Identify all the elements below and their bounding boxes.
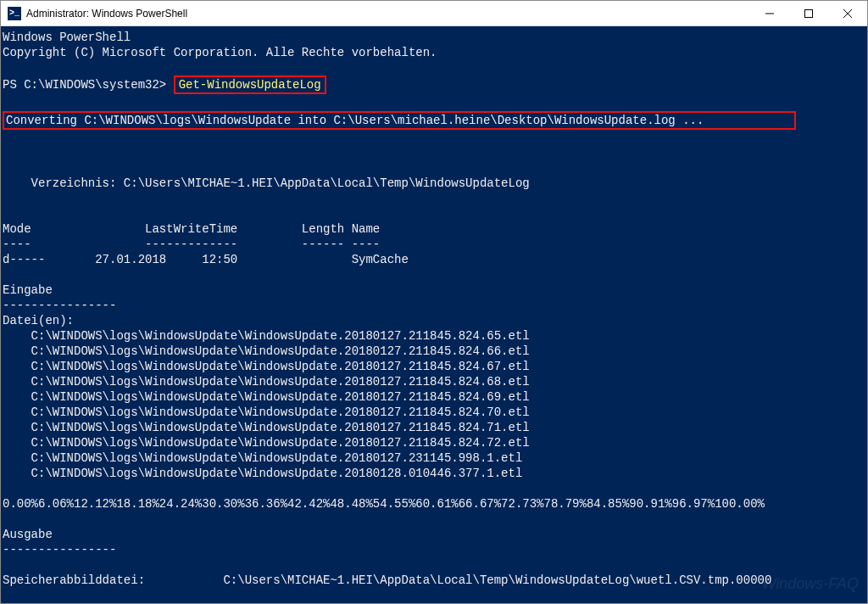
progress-line: 0.00%6.06%12.12%18.18%24.24%30.30%36.36%… xyxy=(3,497,765,511)
converting-highlight-box: Converting C:\WINDOWS\logs\WindowsUpdate… xyxy=(3,111,796,130)
terminal-pane[interactable]: Windows PowerShell Copyright (C) Microso… xyxy=(1,26,867,603)
file-line: C:\WINDOWS\logs\WindowsUpdate\WindowsUpd… xyxy=(3,329,530,343)
powershell-window: >_ Administrator: Windows PowerShell Win… xyxy=(0,0,868,604)
prompt: PS C:\WINDOWS\system32> xyxy=(3,78,174,92)
file-line: C:\WINDOWS\logs\WindowsUpdate\WindowsUpd… xyxy=(3,436,530,450)
ausgabe-separator: ---------------- xyxy=(3,543,116,556)
file-line: C:\WINDOWS\logs\WindowsUpdate\WindowsUpd… xyxy=(3,375,530,389)
file-line: C:\WINDOWS\logs\WindowsUpdate\WindowsUpd… xyxy=(3,451,522,465)
command-text: Get-WindowsUpdateLog xyxy=(179,78,321,92)
window-title: Administrator: Windows PowerShell xyxy=(26,8,750,20)
table-header: Mode LastWriteTime Length Name xyxy=(3,222,380,236)
file-line: C:\WINDOWS\logs\WindowsUpdate\WindowsUpd… xyxy=(3,467,522,480)
ps-header-2: Copyright (C) Microsoft Corporation. All… xyxy=(3,46,437,59)
datei-label: Datei(en): xyxy=(3,314,74,327)
directory-line: Verzeichnis: C:\Users\MICHAE~1.HEI\AppDa… xyxy=(3,176,530,190)
ausgabe-label: Ausgabe xyxy=(3,528,53,541)
table-separator: ---- ------------- ------ ---- xyxy=(3,238,380,251)
file-line: C:\WINDOWS\logs\WindowsUpdate\WindowsUpd… xyxy=(3,360,530,373)
table-row: d----- 27.01.2018 12:50 SymCache xyxy=(3,253,409,266)
eingabe-separator: ---------------- xyxy=(3,299,116,312)
file-line: C:\WINDOWS\logs\WindowsUpdate\WindowsUpd… xyxy=(3,421,530,434)
ps-header-1: Windows PowerShell xyxy=(3,31,131,44)
command-highlight-box: Get-WindowsUpdateLog xyxy=(174,76,326,94)
converting-line: onverting C:\WINDOWS\logs\WindowsUpdate … xyxy=(13,114,704,127)
close-button[interactable] xyxy=(828,1,867,26)
svg-rect-1 xyxy=(805,9,813,17)
eingabe-label: Eingabe xyxy=(3,283,53,297)
file-line: C:\WINDOWS\logs\WindowsUpdate\WindowsUpd… xyxy=(3,390,530,404)
file-line: C:\WINDOWS\logs\WindowsUpdate\WindowsUpd… xyxy=(3,405,530,419)
titlebar: >_ Administrator: Windows PowerShell xyxy=(1,1,867,26)
powershell-icon: >_ xyxy=(8,7,21,20)
minimize-button[interactable] xyxy=(750,1,789,26)
maximize-button[interactable] xyxy=(789,1,828,26)
watermark: Windows-FAQ xyxy=(761,576,859,591)
file-line: C:\WINDOWS\logs\WindowsUpdate\WindowsUpd… xyxy=(3,344,530,358)
dump-file-line: Speicherabbilddatei: C:\Users\MICHAE~1.H… xyxy=(3,573,771,587)
window-controls xyxy=(750,1,867,26)
